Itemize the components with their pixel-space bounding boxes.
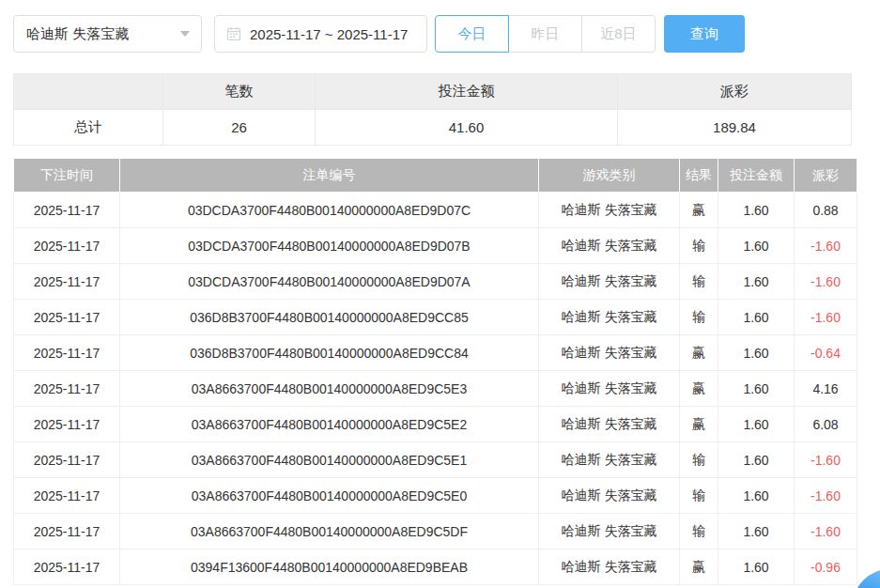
table-row: 2025-11-17036D8B3700F4480B00140000000A8E… [14, 300, 857, 335]
bet-amount-cell: 1.60 [718, 335, 795, 371]
bet-amount-cell: 1.60 [718, 514, 795, 549]
result-cell: 输 [680, 300, 718, 335]
date-range-input[interactable]: 2025-11-17 ~ 2025-11-17 [214, 15, 427, 53]
game-select-value: 哈迪斯 失落宝藏 [26, 25, 129, 43]
calendar-icon [226, 26, 241, 41]
payout-cell: -0.64 [795, 335, 857, 371]
summary-table: 笔数 投注金额 派彩 总计 26 41.60 189.84 [13, 73, 852, 146]
order-id-cell: 03DCDA3700F4480B00140000000A8ED9D07A [120, 264, 539, 300]
game-type-cell: 哈迪斯 失落宝藏 [539, 549, 680, 585]
table-row: 2025-11-1703A8663700F4480B00140000000A8E… [14, 514, 857, 549]
table-row: 2025-11-1703A8663700F4480B00140000000A8E… [14, 407, 857, 442]
payout-cell: 0.88 [795, 193, 857, 228]
summary-count-value: 26 [163, 110, 316, 146]
result-cell: 赢 [680, 371, 718, 407]
payout-cell: -1.60 [795, 228, 857, 264]
bet-time-cell: 2025-11-17 [14, 442, 120, 478]
game-type-cell: 哈迪斯 失落宝藏 [539, 371, 680, 407]
order-id-cell: 03DCDA3700F4480B00140000000A8ED9D07C [120, 193, 539, 228]
bet-table-body: 2025-11-1703DCDA3700F4480B00140000000A8E… [14, 193, 857, 585]
payout-cell: -1.60 [795, 264, 857, 300]
game-type-cell: 哈迪斯 失落宝藏 [539, 264, 680, 300]
table-row: 2025-11-1703DCDA3700F4480B00140000000A8E… [14, 193, 857, 228]
result-cell: 输 [680, 264, 718, 300]
header-game-type: 游戏类别 [539, 159, 680, 193]
bet-time-cell: 2025-11-17 [14, 264, 120, 300]
game-type-cell: 哈迪斯 失落宝藏 [539, 514, 680, 549]
bet-time-cell: 2025-11-17 [14, 407, 120, 442]
result-cell: 输 [680, 478, 718, 514]
query-button[interactable]: 查询 [664, 15, 745, 53]
bet-table-header-row: 下注时间 注单编号 游戏类别 结果 投注金额 派彩 [14, 159, 857, 193]
payout-cell: 6.08 [795, 407, 857, 442]
summary-bet-amount-value: 41.60 [316, 110, 618, 146]
payout-cell: -1.60 [795, 478, 857, 514]
date-range-value: 2025-11-17 ~ 2025-11-17 [250, 26, 408, 42]
game-select[interactable]: 哈迪斯 失落宝藏 [13, 15, 202, 53]
order-id-cell: 03A8663700F4480B00140000000A8ED9C5E1 [120, 442, 539, 478]
summary-header-bet-amount: 投注金额 [316, 74, 618, 110]
result-cell: 赢 [680, 407, 718, 442]
payout-cell: 4.16 [795, 371, 857, 407]
result-cell: 输 [680, 514, 718, 549]
summary-total-row: 总计 26 41.60 189.84 [14, 110, 852, 146]
bet-amount-cell: 1.60 [718, 549, 795, 585]
last-8-days-button[interactable]: 近8日 [581, 15, 656, 53]
bet-time-cell: 2025-11-17 [14, 300, 120, 335]
table-row: 2025-11-1703DCDA3700F4480B00140000000A8E… [14, 264, 857, 300]
yesterday-button[interactable]: 昨日 [508, 15, 582, 53]
game-type-cell: 哈迪斯 失落宝藏 [539, 478, 680, 514]
summary-header-count: 笔数 [163, 74, 316, 110]
bet-time-cell: 2025-11-17 [14, 371, 120, 407]
table-row: 2025-11-17036D8B3700F4480B00140000000A8E… [14, 335, 857, 371]
summary-header-payout: 派彩 [618, 74, 852, 110]
bet-amount-cell: 1.60 [718, 300, 795, 335]
bet-amount-cell: 1.60 [718, 371, 795, 407]
summary-header-row: 笔数 投注金额 派彩 [14, 74, 852, 110]
payout-cell: -0.96 [795, 549, 857, 585]
header-bet-time: 下注时间 [14, 159, 120, 193]
header-result: 结果 [680, 159, 718, 193]
order-id-cell: 0394F13600F4480B00140000000A8ED9BEAB [120, 549, 539, 585]
table-row: 2025-11-1703A8663700F4480B00140000000A8E… [14, 371, 857, 407]
order-id-cell: 03A8663700F4480B00140000000A8ED9C5E2 [120, 407, 539, 442]
quick-date-button-group: 今日 昨日 近8日 [435, 15, 656, 53]
order-id-cell: 03A8663700F4480B00140000000A8ED9C5E3 [120, 371, 539, 407]
summary-payout-value: 189.84 [618, 110, 852, 146]
result-cell: 输 [680, 442, 718, 478]
payout-cell: -1.60 [795, 514, 857, 549]
table-row: 2025-11-170394F13600F4480B00140000000A8E… [14, 549, 857, 585]
bet-time-cell: 2025-11-17 [14, 549, 120, 585]
table-row: 2025-11-1703A8663700F4480B00140000000A8E… [14, 478, 857, 514]
bet-time-cell: 2025-11-17 [14, 514, 120, 549]
summary-header-empty [14, 74, 163, 110]
bet-time-cell: 2025-11-17 [14, 228, 120, 264]
game-type-cell: 哈迪斯 失落宝藏 [539, 300, 680, 335]
bet-amount-cell: 1.60 [718, 264, 795, 300]
game-type-cell: 哈迪斯 失落宝藏 [539, 407, 680, 442]
today-button[interactable]: 今日 [435, 15, 509, 53]
bet-records-table: 下注时间 注单编号 游戏类别 结果 投注金额 派彩 2025-11-1703DC… [13, 158, 857, 585]
order-id-cell: 036D8B3700F4480B00140000000A8ED9CC84 [120, 335, 539, 371]
game-type-cell: 哈迪斯 失落宝藏 [539, 193, 680, 228]
bet-time-cell: 2025-11-17 [14, 478, 120, 514]
order-id-cell: 03A8663700F4480B00140000000A8ED9C5E0 [120, 478, 539, 514]
chevron-down-icon [180, 31, 190, 37]
table-row: 2025-11-1703DCDA3700F4480B00140000000A8E… [14, 228, 857, 264]
game-type-cell: 哈迪斯 失落宝藏 [539, 442, 680, 478]
result-cell: 输 [680, 228, 718, 264]
bet-time-cell: 2025-11-17 [14, 193, 120, 228]
header-bet-amount: 投注金额 [718, 159, 795, 193]
result-cell: 赢 [680, 549, 718, 585]
table-row: 2025-11-1703A8663700F4480B00140000000A8E… [14, 442, 857, 478]
bet-amount-cell: 1.60 [718, 193, 795, 228]
bet-time-cell: 2025-11-17 [14, 335, 120, 371]
result-cell: 赢 [680, 335, 718, 371]
game-type-cell: 哈迪斯 失落宝藏 [539, 335, 680, 371]
game-type-cell: 哈迪斯 失落宝藏 [539, 228, 680, 264]
order-id-cell: 03A8663700F4480B00140000000A8ED9C5DF [120, 514, 539, 549]
result-cell: 赢 [680, 193, 718, 228]
bet-amount-cell: 1.60 [718, 442, 795, 478]
header-order-id: 注单编号 [120, 159, 539, 193]
bet-amount-cell: 1.60 [718, 228, 795, 264]
